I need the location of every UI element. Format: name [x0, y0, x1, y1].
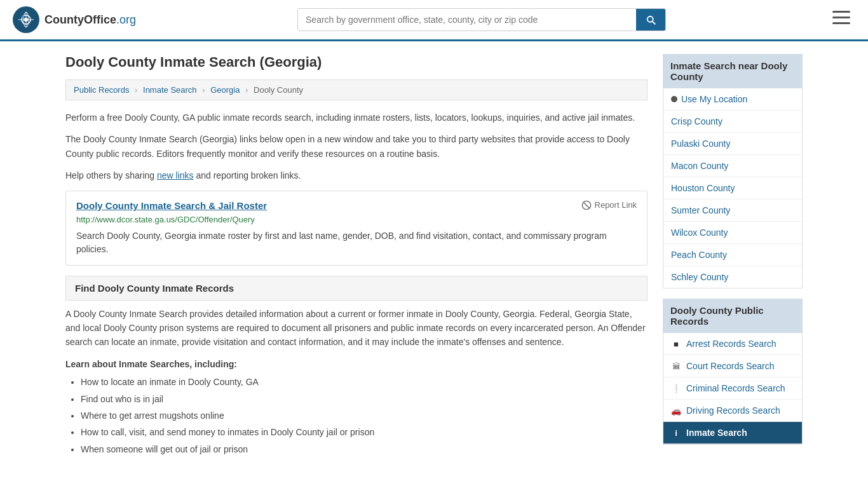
public-records-section-title: Dooly County Public Records: [663, 299, 803, 333]
svg-rect-9: [832, 22, 850, 24]
search-icon: [645, 14, 656, 25]
link-card-title[interactable]: Dooly County Inmate Search & Jail Roster: [76, 200, 267, 211]
inmate-search-label: Inmate Search: [686, 428, 747, 438]
breadcrumb-sep-2: ›: [202, 85, 205, 95]
court-records-link[interactable]: 🏛 Court Records Search: [663, 355, 802, 377]
svg-rect-7: [832, 11, 850, 13]
description-1: Perform a free Dooly County, GA public i…: [65, 111, 648, 125]
location-icon: [671, 96, 677, 102]
nearby-section-title: Inmate Search near Dooly County: [663, 54, 803, 88]
breadcrumb: Public Records › Inmate Search › Georgia…: [65, 79, 648, 100]
svg-line-11: [583, 202, 589, 208]
breadcrumb-public-records[interactable]: Public Records: [74, 85, 129, 95]
inmate-search-link[interactable]: i Inmate Search: [663, 422, 802, 444]
header: CountyOffice.org: [0, 0, 868, 41]
list-item: When someone will get out of jail or pri…: [81, 442, 648, 456]
arrest-icon: ■: [671, 339, 681, 349]
use-my-location-link[interactable]: Use My Location: [663, 88, 802, 111]
report-link-label: Report Link: [595, 200, 637, 210]
breadcrumb-sep-1: ›: [135, 85, 137, 95]
find-section-heading: Find Dooly County Inmate Records: [65, 276, 648, 301]
list-item: How to locate an inmate in Dooly County,…: [81, 375, 648, 389]
sidebar-wilcox-county[interactable]: Wilcox County: [663, 222, 802, 244]
search-button[interactable]: [636, 9, 665, 30]
inmate-icon: i: [671, 428, 681, 438]
breadcrumb-georgia[interactable]: Georgia: [210, 85, 240, 95]
learn-heading: Learn about Inmate Searches, including:: [65, 357, 648, 371]
find-section-paragraph: A Dooly County Inmate Search provides de…: [65, 307, 648, 349]
logo-icon: [13, 6, 39, 33]
breadcrumb-inmate-search[interactable]: Inmate Search: [143, 85, 197, 95]
sidebar-schley-county[interactable]: Schley County: [663, 266, 802, 288]
main-layout: Dooly County Inmate Search (Georgia) Pub…: [53, 41, 815, 477]
list-item: How to call, visit, and send money to in…: [81, 425, 648, 439]
criminal-records-link[interactable]: ❕ Criminal Records Search: [663, 377, 802, 400]
criminal-records-label: Criminal Records Search: [686, 383, 785, 393]
page-title: Dooly County Inmate Search (Georgia): [65, 54, 648, 71]
logo-area[interactable]: CountyOffice.org: [13, 6, 136, 33]
nearby-links: Use My Location Crisp County Pulaski Cou…: [663, 88, 803, 288]
sidebar-pulaski-county[interactable]: Pulaski County: [663, 133, 802, 155]
driving-records-link[interactable]: 🚗 Driving Records Search: [663, 400, 802, 422]
svg-rect-8: [832, 17, 850, 18]
use-location-label: Use My Location: [681, 94, 747, 104]
logo-text: CountyOffice.org: [44, 13, 136, 27]
court-records-label: Court Records Search: [686, 361, 775, 371]
sidebar-crisp-county[interactable]: Crisp County: [663, 111, 802, 133]
driving-icon: 🚗: [671, 405, 681, 416]
svg-point-5: [24, 18, 28, 22]
desc3-post: and reporting broken links.: [194, 170, 301, 180]
search-bar: [297, 8, 666, 31]
list-item: Where to get arrest mugshots online: [81, 409, 648, 423]
learn-list: How to locate an inmate in Dooly County,…: [65, 375, 648, 456]
new-links-link[interactable]: new links: [157, 170, 194, 180]
sidebar: Inmate Search near Dooly County Use My L…: [663, 54, 803, 464]
breadcrumb-sep-3: ›: [245, 85, 248, 95]
svg-point-6: [22, 15, 24, 18]
criminal-icon: ❕: [671, 383, 681, 393]
sidebar-sumter-county[interactable]: Sumter County: [663, 200, 802, 222]
link-card: Dooly County Inmate Search & Jail Roster…: [65, 191, 648, 266]
learn-section: Learn about Inmate Searches, including: …: [65, 357, 648, 456]
driving-records-label: Driving Records Search: [686, 405, 780, 416]
sidebar-peach-county[interactable]: Peach County: [663, 244, 802, 266]
link-card-header: Dooly County Inmate Search & Jail Roster…: [76, 200, 637, 211]
content-area: Dooly County Inmate Search (Georgia) Pub…: [65, 54, 648, 464]
hamburger-icon: [832, 11, 850, 25]
arrest-records-link[interactable]: ■ Arrest Records Search: [663, 333, 802, 355]
description-3: Help others by sharing new links and rep…: [65, 168, 648, 182]
link-card-url[interactable]: http://www.dcor.state.ga.us/GDC/Offender…: [76, 215, 637, 224]
breadcrumb-current: Dooly County: [254, 85, 303, 95]
arrest-records-label: Arrest Records Search: [686, 339, 776, 349]
court-icon: 🏛: [671, 361, 681, 371]
link-card-description: Search Dooly County, Georgia inmate rost…: [76, 229, 637, 256]
report-link-button[interactable]: Report Link: [581, 200, 637, 210]
sidebar-macon-county[interactable]: Macon County: [663, 155, 802, 177]
search-input[interactable]: [298, 9, 636, 30]
menu-icon[interactable]: [827, 8, 855, 31]
public-records-links: ■ Arrest Records Search 🏛 Court Records …: [663, 333, 803, 445]
description-2: The Dooly County Inmate Search (Georgia)…: [65, 132, 648, 161]
desc3-pre: Help others by sharing: [65, 170, 157, 180]
list-item: Find out who is in jail: [81, 392, 648, 406]
sidebar-houston-county[interactable]: Houston County: [663, 177, 802, 200]
report-icon: [581, 200, 592, 210]
